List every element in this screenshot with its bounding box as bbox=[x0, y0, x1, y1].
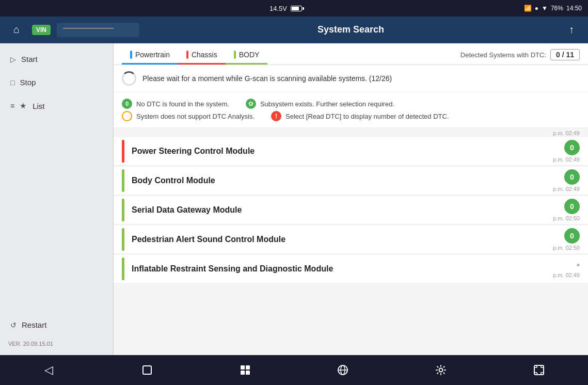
main-layout: ▷ Start □ Stop ≡ ★ List ↺ Restart VER. 2… bbox=[0, 43, 588, 355]
legend-item-green: 0 No DTC is found in the system. bbox=[122, 99, 229, 109]
system-item-serial-data[interactable]: Serial Data Gateway Module 0 p.m. 02:50 bbox=[114, 196, 588, 224]
legend-orange-text: System does not support DTC Analysis. bbox=[136, 113, 255, 120]
vin-badge: VIN bbox=[32, 25, 51, 35]
dtc-badge-2: 0 bbox=[564, 199, 580, 214]
system-time-4: p.m. 02:49 bbox=[553, 272, 580, 278]
svg-rect-4 bbox=[246, 371, 250, 375]
tab-powertrain-label: Powertrain bbox=[135, 51, 170, 59]
page-title: System Search bbox=[146, 24, 556, 35]
chassis-indicator bbox=[186, 51, 188, 59]
sidebar-item-start[interactable]: ▷ Start bbox=[0, 47, 113, 71]
tab-body-label: BODY bbox=[239, 51, 260, 59]
system-item-body-control[interactable]: Body Control Module 0 p.m. 02:49 bbox=[114, 167, 588, 195]
body-indicator bbox=[234, 51, 236, 59]
stop-icon: □ bbox=[10, 78, 14, 87]
legend-green-text: No DTC is found in the system. bbox=[136, 100, 229, 108]
sidebar-item-stop[interactable]: □ Stop bbox=[0, 71, 113, 94]
battery-voltage: 14.5V bbox=[269, 5, 287, 12]
system-list: p.m. 02:49 Power Steering Control Module… bbox=[114, 128, 588, 355]
start-icon: ▷ bbox=[10, 55, 16, 63]
upload-button[interactable]: ↑ bbox=[562, 21, 581, 39]
dtc-badge-3: 0 bbox=[564, 228, 580, 244]
dtc-badge-0: 0 bbox=[564, 140, 580, 155]
vin-value: ━━━━━━━━━━━━━━ bbox=[57, 23, 139, 37]
scan-status-text: Please wait for a moment while G-scan is… bbox=[142, 74, 392, 83]
system-bar-green-4 bbox=[122, 258, 124, 280]
sidebar-label-restart: Restart bbox=[22, 320, 46, 329]
nav-expand-button[interactable] bbox=[523, 360, 554, 380]
nav-grid-button[interactable] bbox=[230, 360, 261, 380]
legend-red-icon: ! bbox=[271, 111, 281, 121]
status-bar: 14.5V 📶 ● ▼ 76% 14:50 bbox=[0, 0, 588, 17]
legend-star-text: Subsystem exists. Further selection requ… bbox=[260, 100, 394, 108]
dtc-badge-1: 0 bbox=[564, 169, 580, 185]
tab-powertrain[interactable]: Powertrain bbox=[122, 47, 178, 65]
legend-orange-icon bbox=[122, 111, 132, 121]
sidebar: ▷ Start □ Stop ≡ ★ List ↺ Restart VER. 2… bbox=[0, 43, 114, 355]
content-area: Powertrain Chassis BODY Detected Systems… bbox=[114, 43, 588, 355]
system-right-4: • p.m. 02:49 bbox=[553, 260, 580, 278]
status-bar-center: 14.5V bbox=[269, 5, 302, 12]
system-item-pedestrian[interactable]: Pedestrian Alert Sound Control Module 0 … bbox=[114, 226, 588, 254]
nav-back-button[interactable]: ◁ bbox=[34, 360, 65, 380]
powertrain-indicator bbox=[130, 51, 132, 59]
sidebar-spacer bbox=[0, 118, 113, 313]
nav-home-button[interactable] bbox=[132, 360, 163, 380]
legend-item-orange: System does not support DTC Analysis. bbox=[122, 111, 255, 121]
scan-status: Please wait for a moment while G-scan is… bbox=[114, 65, 588, 92]
system-time-2: p.m. 02:50 bbox=[553, 215, 580, 221]
signal-icon: ● bbox=[535, 5, 538, 12]
timestamp-above-first: p.m. 02:49 bbox=[114, 128, 588, 137]
legend: 0 No DTC is found in the system. ✿ Subsy… bbox=[114, 92, 588, 128]
tab-body[interactable]: BODY bbox=[226, 47, 268, 65]
system-right-1: 0 p.m. 02:49 bbox=[553, 169, 580, 192]
system-right-0: 0 p.m. 02:49 bbox=[553, 140, 580, 163]
restart-icon: ↺ bbox=[10, 321, 17, 329]
legend-item-red: ! Select [Read DTC] to display number of… bbox=[271, 111, 449, 121]
version-text: VER. 20.09.15.01 bbox=[0, 336, 113, 351]
system-bar-green-2 bbox=[122, 199, 124, 221]
wifi-icon: 📶 bbox=[524, 5, 532, 12]
system-bar-green-3 bbox=[122, 228, 124, 251]
legend-red-text: Select [Read DTC] to display number of d… bbox=[285, 113, 449, 120]
bottom-nav: ◁ bbox=[0, 355, 588, 385]
system-right-2: 0 p.m. 02:50 bbox=[553, 199, 580, 221]
wifi-signal: ▼ bbox=[542, 5, 548, 12]
system-name-4: Inflatable Restraint Sensing and Diagnos… bbox=[132, 255, 553, 283]
sidebar-item-list[interactable]: ≡ ★ List bbox=[0, 94, 113, 118]
system-item-power-steering[interactable]: Power Steering Control Module 0 p.m. 02:… bbox=[114, 137, 588, 166]
tab-chassis[interactable]: Chassis bbox=[178, 47, 226, 65]
system-name-3: Pedestrian Alert Sound Control Module bbox=[132, 226, 553, 253]
sidebar-label-start: Start bbox=[21, 55, 38, 63]
sidebar-label-list: List bbox=[33, 102, 44, 110]
system-time-1: p.m. 02:49 bbox=[553, 186, 580, 192]
system-time-0: p.m. 02:49 bbox=[553, 156, 580, 163]
svg-rect-2 bbox=[246, 365, 250, 370]
system-right-3: 0 p.m. 02:50 bbox=[553, 228, 580, 251]
status-bar-right: 📶 ● ▼ 76% 14:50 bbox=[524, 5, 582, 12]
svg-point-8 bbox=[439, 368, 443, 372]
tabs-bar: Powertrain Chassis BODY Detected Systems… bbox=[114, 43, 588, 65]
legend-item-star: ✿ Subsystem exists. Further selection re… bbox=[246, 99, 394, 109]
svg-rect-1 bbox=[241, 365, 245, 370]
system-bar-green-1 bbox=[122, 169, 124, 192]
system-name-0: Power Steering Control Module bbox=[132, 137, 553, 165]
nav-globe-button[interactable] bbox=[327, 360, 358, 380]
detected-systems: Detected Systems with DTC: 0 / 11 bbox=[460, 49, 580, 65]
battery-icon bbox=[291, 6, 302, 11]
clock: 14:50 bbox=[566, 5, 582, 12]
system-name-1: Body Control Module bbox=[132, 167, 553, 195]
system-item-inflatable[interactable]: Inflatable Restraint Sensing and Diagnos… bbox=[114, 255, 588, 283]
sidebar-item-restart[interactable]: ↺ Restart bbox=[0, 313, 113, 336]
system-name-2: Serial Data Gateway Module bbox=[132, 196, 553, 224]
loading-spinner bbox=[122, 71, 136, 86]
legend-green-icon: 0 bbox=[122, 99, 132, 109]
nav-settings-button[interactable] bbox=[425, 360, 456, 380]
tab-chassis-label: Chassis bbox=[192, 51, 217, 59]
svg-rect-3 bbox=[241, 371, 245, 375]
dtc-count: 0 / 11 bbox=[550, 49, 580, 60]
legend-row-2: System does not support DTC Analysis. ! … bbox=[122, 111, 580, 121]
legend-star-icon: ✿ bbox=[246, 99, 256, 109]
header: ⌂ VIN ━━━━━━━━━━━━━━ System Search ↑ bbox=[0, 17, 588, 43]
home-button[interactable]: ⌂ bbox=[7, 21, 26, 39]
